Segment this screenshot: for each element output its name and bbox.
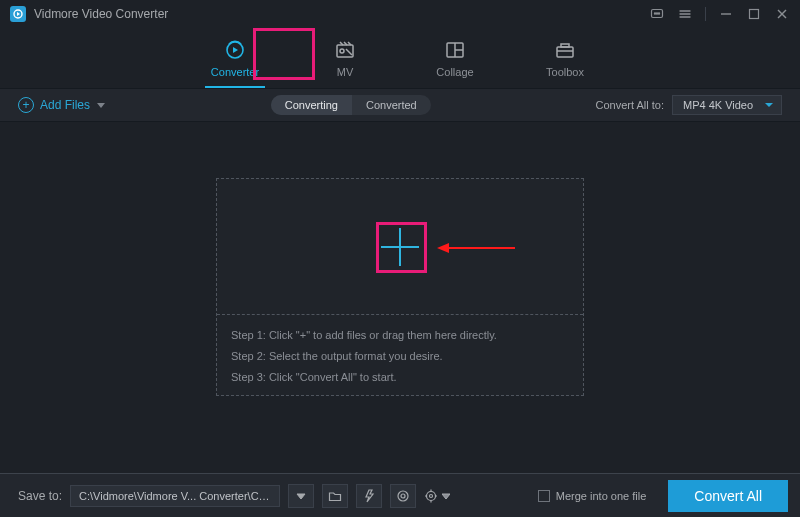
svg-rect-21 [561,44,569,47]
svg-marker-36 [442,494,450,499]
svg-point-3 [654,13,655,14]
tab-converter[interactable]: Converter [205,34,265,88]
svg-point-30 [427,491,436,500]
dropzone[interactable]: Step 1: Click "+" to add files or drag t… [216,178,584,396]
svg-point-31 [430,494,433,497]
add-files-button[interactable]: + Add Files [18,97,106,113]
hardware-accel-button[interactable] [356,484,382,508]
tab-label: MV [337,66,354,78]
titlebar-right [649,6,790,22]
menu-icon[interactable] [677,6,693,22]
tab-label: Collage [436,66,473,78]
mv-icon [334,38,356,62]
plus-circle-icon: + [18,97,34,113]
toolbox-icon [554,38,576,62]
svg-point-5 [658,13,659,14]
settings-button[interactable] [424,484,450,508]
add-files-label: Add Files [40,98,90,112]
svg-point-29 [401,494,405,498]
add-files-plus-icon[interactable] [379,226,421,268]
close-icon[interactable] [774,6,790,22]
titlebar: Vidmore Video Converter [0,0,800,28]
app-title: Vidmore Video Converter [34,7,168,21]
svg-marker-26 [297,494,305,499]
bottom-toolbar: Save to: C:\Vidmore\Vidmore V... Convert… [0,473,800,517]
step-2: Step 2: Select the output format you des… [231,346,569,367]
svg-rect-10 [750,10,759,19]
tab-label: Converter [211,66,259,78]
high-speed-button[interactable] [390,484,416,508]
status-tab-converted[interactable]: Converted [352,95,431,115]
svg-marker-1 [17,12,20,16]
checkbox-icon [538,490,550,502]
main-tabs: Converter MV Collage Toolbox [0,28,800,88]
svg-marker-27 [366,490,373,502]
merge-checkbox[interactable]: Merge into one file [538,490,647,502]
convert-all-button[interactable]: Convert All [668,480,788,512]
step-1: Step 1: Click "+" to add files or drag t… [231,325,569,346]
instruction-steps: Step 1: Click "+" to add files or drag t… [217,315,583,398]
save-to-dropdown-button[interactable] [288,484,314,508]
open-folder-button[interactable] [322,484,348,508]
maximize-icon[interactable] [746,6,762,22]
merge-label: Merge into one file [556,490,647,502]
titlebar-left: Vidmore Video Converter [10,6,168,22]
minimize-icon[interactable] [718,6,734,22]
svg-rect-20 [557,47,573,57]
status-tabs: Converting Converted [271,95,431,115]
svg-point-16 [340,49,344,53]
converter-icon [224,38,246,62]
tab-toolbox[interactable]: Toolbox [535,34,595,88]
feedback-icon[interactable] [649,6,665,22]
collage-icon [444,38,466,62]
dropzone-upper [217,179,583,314]
convert-all-to-label: Convert All to: [596,99,664,111]
svg-marker-23 [97,103,105,108]
svg-marker-14 [233,47,238,53]
tab-label: Toolbox [546,66,584,78]
convert-all-to: Convert All to: MP4 4K Video [596,95,782,115]
svg-point-28 [398,491,408,501]
chevron-down-icon [96,100,106,110]
svg-point-4 [656,13,657,14]
tab-mv[interactable]: MV [315,34,375,88]
sub-toolbar: + Add Files Converting Converted Convert… [0,88,800,122]
output-format-value: MP4 4K Video [683,99,753,111]
divider [705,7,706,21]
status-tab-converting[interactable]: Converting [271,95,352,115]
output-format-dropdown[interactable]: MP4 4K Video [672,95,782,115]
app-logo-icon [10,6,26,22]
save-to-label: Save to: [18,489,62,503]
step-3: Step 3: Click "Convert All" to start. [231,367,569,388]
tab-collage[interactable]: Collage [425,34,485,88]
save-to-path-field[interactable]: C:\Vidmore\Vidmore V... Converter\Conver… [70,485,280,507]
